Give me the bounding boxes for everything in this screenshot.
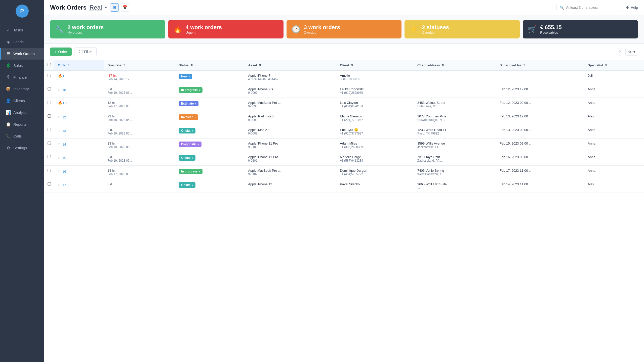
row-checkbox-0[interactable] xyxy=(48,74,51,77)
stat-text-receivables: € 655.15 Receivables xyxy=(540,24,562,34)
order-num-link[interactable]: I13 xyxy=(62,129,66,133)
order-num-link[interactable]: I11 xyxy=(63,101,68,105)
sidebar-item-inventory[interactable]: 📦 Inventory xyxy=(0,83,44,95)
help-button[interactable]: ⚙ Help xyxy=(626,6,638,10)
address-more[interactable]: ... xyxy=(440,159,443,162)
search-input[interactable] xyxy=(566,6,619,10)
select-all-checkbox[interactable] xyxy=(48,63,51,66)
col-scheduled[interactable]: Scheduled for ⇅ xyxy=(496,60,584,70)
add-order-button[interactable]: + Order xyxy=(50,48,72,56)
sidebar-item-analytics[interactable]: 📊 Analytics xyxy=(0,107,44,118)
calendar-view-button[interactable]: 📅 xyxy=(120,3,130,12)
scheduled-time: Feb 16, 2023 09:00 ... xyxy=(500,155,532,159)
stat-label-overdue-orders: Overdue xyxy=(304,31,340,34)
order-num-link[interactable]: I14 xyxy=(62,143,66,146)
stat-card-urgent[interactable]: 🔥 4 work orders Urgent xyxy=(168,20,284,38)
col-client[interactable]: Client ⇅ xyxy=(336,60,414,70)
address-more[interactable]: ... xyxy=(440,132,442,135)
col-specialist[interactable]: Specialist ⇅ xyxy=(584,60,644,70)
row-checkbox-6[interactable] xyxy=(48,155,51,158)
stat-card-receivables[interactable]: 🛒 € 655.15 Receivables xyxy=(523,20,638,38)
specialist-cell: Juli xyxy=(584,70,644,84)
title-dropdown-button[interactable]: ▾ xyxy=(105,5,107,10)
asset-code: 9-0098 xyxy=(248,105,333,108)
specialist-cell: Anna xyxy=(584,84,644,98)
due-date-text: Feb 19, 2023 06... xyxy=(107,132,172,135)
row-checkbox-4[interactable] xyxy=(48,128,51,131)
status-cell: Estimate ▾ xyxy=(175,98,245,111)
status-badge[interactable]: New ▾ xyxy=(179,74,192,79)
status-badge[interactable]: Onsite ▾ xyxy=(179,128,195,133)
col-address[interactable]: Client address ⇅ xyxy=(414,60,496,70)
client-cell: Amelie 380731836266 xyxy=(336,70,414,84)
stat-icon-receivables: 🛒 xyxy=(528,25,537,33)
stat-card-overdue-orders[interactable]: 🕐 3 work orders Overdue xyxy=(287,20,402,38)
address-more[interactable]: ... xyxy=(438,105,441,108)
sidebar-item-settings[interactable]: ⚙ Settings xyxy=(0,142,44,154)
grid-view-button[interactable]: ⊞ xyxy=(110,3,119,12)
order-num-link[interactable]: I12 xyxy=(62,115,66,119)
specialist-name: Juli xyxy=(588,74,593,77)
sidebar-item-clients[interactable]: 👤 Clients xyxy=(0,95,44,107)
sidebar: P ✓ Tasks ◈ Leads ☰ Work Orders 💲 Sales … xyxy=(0,0,44,362)
table-row: ○ I13 3 d. Feb 19, 2023 06... Onsite ▾ A… xyxy=(44,125,644,139)
table-help-button[interactable]: ? xyxy=(616,48,623,56)
address-more[interactable]: ... xyxy=(439,145,442,149)
col-status[interactable]: Status ⇅ xyxy=(175,60,245,70)
sales-icon: 💲 xyxy=(6,63,11,68)
status-badge[interactable]: Onsite ▾ xyxy=(179,182,195,188)
sidebar-item-finance[interactable]: $ Finance xyxy=(0,71,44,83)
col-order-num[interactable]: Order # ↑ xyxy=(54,60,104,70)
table-settings-button[interactable]: ⚙ |▾ xyxy=(625,48,638,56)
order-num-link[interactable]: I15 xyxy=(62,156,66,160)
due-date-text: Feb 19, 2023 06... xyxy=(107,91,172,95)
status-badge[interactable]: In progress ▾ xyxy=(179,169,202,174)
status-badge[interactable]: Invoiced ▾ xyxy=(179,114,198,120)
filter-button[interactable]: ⛶ Filter xyxy=(74,47,97,56)
sidebar-item-sales[interactable]: 💲 Sales xyxy=(0,60,44,71)
asset-cell: Apple iPhone 11 Pro ... 9-0101 xyxy=(245,152,336,166)
sidebar-item-calls[interactable]: 📞 Calls xyxy=(0,130,44,142)
row-checkbox-5[interactable] xyxy=(48,142,51,145)
header-row: Order # ↑ Due date ⇅ Status ⇅ Asset ⇅ Cl… xyxy=(44,60,644,70)
work-orders-icon: ☰ xyxy=(6,51,11,56)
row-checkbox-cell xyxy=(44,84,54,98)
sidebar-item-work-orders[interactable]: ☰ Work Orders xyxy=(0,48,44,60)
row-checkbox-1[interactable] xyxy=(48,87,51,90)
sidebar-item-leads[interactable]: ◈ Leads xyxy=(0,36,44,48)
stat-card-overdue-statuses[interactable]: ⚡ 2 statuses Overdue xyxy=(405,20,520,38)
status-badge[interactable]: In progress ▾ xyxy=(179,87,202,93)
row-checkbox-8[interactable] xyxy=(48,182,51,186)
order-num-link[interactable]: I1 xyxy=(63,74,66,78)
sidebar-item-tasks[interactable]: ✓ Tasks xyxy=(0,24,44,36)
status-chevron: ▾ xyxy=(199,89,200,92)
row-checkbox-3[interactable] xyxy=(48,114,51,118)
select-all-header[interactable] xyxy=(44,60,54,70)
status-cell: In progress ▾ xyxy=(175,84,245,98)
address-more[interactable]: ... xyxy=(417,186,420,190)
order-num-link[interactable]: I16 xyxy=(62,170,66,173)
status-badge[interactable]: Diagnostic ▾ xyxy=(179,142,201,147)
stat-card-my-orders[interactable]: 🔧 2 work orders My orders xyxy=(50,20,165,38)
col-due-date[interactable]: Due date ⇅ xyxy=(104,60,175,70)
order-num-cell: ○ I16 xyxy=(54,166,104,179)
address-more[interactable]: ... xyxy=(442,118,445,122)
asset-name: Apple iPhone 7 xyxy=(248,74,333,77)
topbar: Work Orders Real ▾ ⊞ 📅 🔍 ⚙ Help xyxy=(44,0,644,15)
scheduled-cell: — xyxy=(496,70,584,84)
sidebar-item-reports[interactable]: 📋 Reports xyxy=(0,118,44,130)
stat-label-urgent: Urgent xyxy=(186,31,222,34)
scheduled-time: Feb 12, 2023 12:00 ... xyxy=(500,87,532,91)
client-name: Lois Clayton xyxy=(340,101,410,105)
row-checkbox-2[interactable] xyxy=(48,101,51,104)
address-more[interactable]: ... xyxy=(444,172,446,176)
status-badge[interactable]: Estimate ▾ xyxy=(179,101,198,106)
order-num-link[interactable]: I10 xyxy=(62,88,66,92)
col-asset[interactable]: Asset ⇅ xyxy=(245,60,336,70)
table-row: ○ I17 3 d. Onsite ▾ Apple iPhone 12 Pave… xyxy=(44,179,644,193)
status-badge[interactable]: Onsite ▾ xyxy=(179,155,195,161)
address-cell: 3599 Willis Avenue Jacksonville, FL ... xyxy=(414,139,496,152)
order-num-link[interactable]: I17 xyxy=(62,183,66,187)
row-checkbox-7[interactable] xyxy=(48,169,51,172)
asset-name: Apple iPhone 11 Pro ... xyxy=(248,155,333,159)
